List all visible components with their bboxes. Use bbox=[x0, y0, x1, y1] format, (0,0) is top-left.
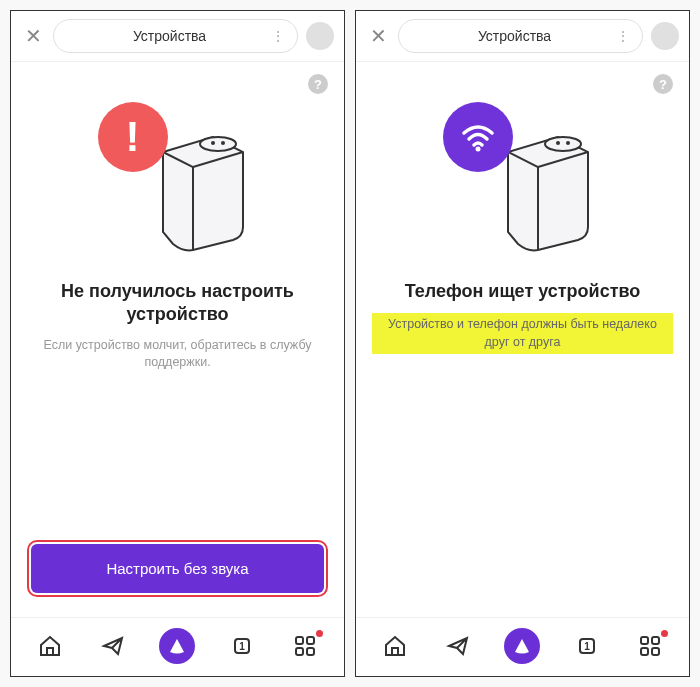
nav-apps-icon[interactable] bbox=[289, 630, 321, 662]
notification-dot-icon bbox=[661, 630, 668, 637]
error-heading: Не получилось настроить устройство bbox=[27, 280, 328, 327]
more-vertical-icon[interactable]: ⋮ bbox=[271, 28, 283, 44]
tab-count: 1 bbox=[239, 641, 245, 652]
svg-rect-16 bbox=[652, 648, 659, 655]
svg-point-1 bbox=[211, 141, 215, 145]
help-icon[interactable]: ? bbox=[653, 74, 673, 94]
nav-apps-icon[interactable] bbox=[634, 630, 666, 662]
svg-rect-13 bbox=[641, 637, 648, 644]
svg-point-11 bbox=[566, 141, 570, 145]
svg-point-0 bbox=[200, 137, 236, 151]
nav-alice-icon[interactable] bbox=[504, 628, 540, 664]
svg-rect-14 bbox=[652, 637, 659, 644]
illustration bbox=[433, 102, 613, 262]
svg-rect-6 bbox=[296, 648, 303, 655]
searching-subtext: Устройство и телефон должны быть недалек… bbox=[372, 313, 673, 354]
nav-home-icon[interactable] bbox=[379, 630, 411, 662]
bottom-nav: 1 bbox=[356, 617, 689, 676]
error-badge-icon: ! bbox=[98, 102, 168, 172]
phone-screen-left: ✕ Устройства ⋮ ? ! Не получилось настрои… bbox=[10, 10, 345, 677]
exclamation-icon: ! bbox=[126, 113, 140, 161]
title-pill[interactable]: Устройства ⋮ bbox=[53, 19, 298, 53]
top-bar: ✕ Устройства ⋮ bbox=[11, 11, 344, 62]
notification-dot-icon bbox=[316, 630, 323, 637]
page-title: Устройства bbox=[68, 28, 271, 44]
wifi-badge-icon bbox=[443, 102, 513, 172]
nav-tabs-icon[interactable]: 1 bbox=[226, 630, 258, 662]
content-area: ? Телефон ищет устройство Устройство и bbox=[356, 62, 689, 617]
setup-without-sound-button[interactable]: Настроить без звука bbox=[31, 544, 324, 593]
page-title: Устройства bbox=[413, 28, 616, 44]
bottom-nav: 1 bbox=[11, 617, 344, 676]
nav-send-icon[interactable] bbox=[97, 630, 129, 662]
top-bar: ✕ Устройства ⋮ bbox=[356, 11, 689, 62]
searching-heading: Телефон ищет устройство bbox=[405, 280, 641, 303]
wifi-icon bbox=[458, 117, 498, 157]
svg-rect-5 bbox=[307, 637, 314, 644]
illustration: ! bbox=[88, 102, 268, 262]
svg-point-9 bbox=[545, 137, 581, 151]
nav-alice-icon[interactable] bbox=[159, 628, 195, 664]
more-vertical-icon[interactable]: ⋮ bbox=[616, 28, 628, 44]
close-icon[interactable]: ✕ bbox=[366, 24, 390, 48]
svg-point-2 bbox=[221, 141, 225, 145]
error-subtext: Если устройство молчит, обратитесь в слу… bbox=[27, 337, 328, 372]
svg-point-8 bbox=[475, 147, 480, 152]
help-icon[interactable]: ? bbox=[308, 74, 328, 94]
phone-screen-right: ✕ Устройства ⋮ ? bbox=[355, 10, 690, 677]
svg-point-10 bbox=[556, 141, 560, 145]
content-area: ? ! Не получилось настроить устройство Е… bbox=[11, 62, 344, 617]
svg-rect-15 bbox=[641, 648, 648, 655]
close-icon[interactable]: ✕ bbox=[21, 24, 45, 48]
nav-home-icon[interactable] bbox=[34, 630, 66, 662]
tab-count: 1 bbox=[584, 641, 590, 652]
nav-send-icon[interactable] bbox=[442, 630, 474, 662]
svg-rect-7 bbox=[307, 648, 314, 655]
title-pill[interactable]: Устройства ⋮ bbox=[398, 19, 643, 53]
nav-tabs-icon[interactable]: 1 bbox=[571, 630, 603, 662]
svg-rect-4 bbox=[296, 637, 303, 644]
avatar[interactable] bbox=[306, 22, 334, 50]
avatar[interactable] bbox=[651, 22, 679, 50]
